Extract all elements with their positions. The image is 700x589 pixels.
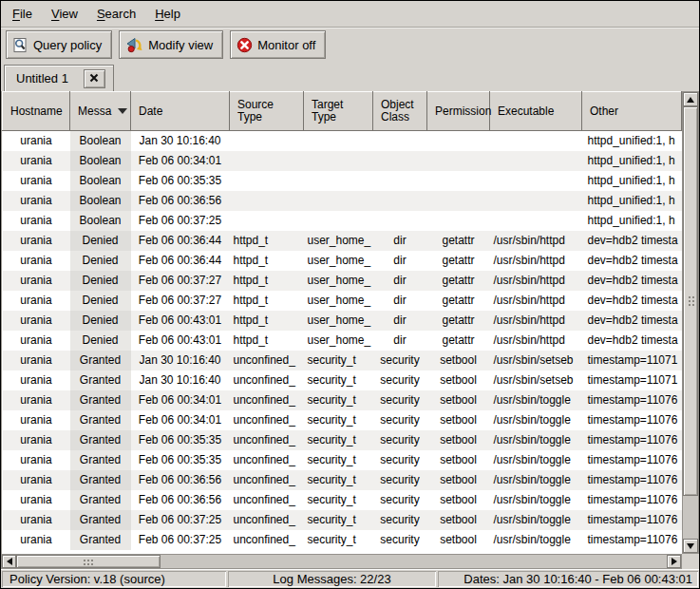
column-header-messa[interactable]: Messa xyxy=(70,92,131,131)
cell-object-class: security xyxy=(373,390,427,410)
table-wrap: HostnameMessaDateSource TypeTarget TypeO… xyxy=(1,91,682,554)
cell-hostname: urania xyxy=(3,410,70,430)
log-row[interactable]: uraniaGrantedFeb 06 00:34:01unconfined_s… xyxy=(3,390,682,410)
cell-messa: Denied xyxy=(70,311,131,331)
menu-search[interactable]: Search xyxy=(87,1,145,27)
cell-other: httpd_unified:1, h xyxy=(582,191,682,211)
log-row[interactable]: uraniaDeniedFeb 06 00:37:27httpd_tuser_h… xyxy=(3,271,682,291)
cell-permission: getattr xyxy=(427,251,490,271)
log-row[interactable]: uraniaGrantedFeb 06 00:35:35unconfined_s… xyxy=(3,450,682,470)
log-row[interactable]: uraniaGrantedFeb 06 00:35:35unconfined_s… xyxy=(3,430,682,450)
cell-executable xyxy=(490,171,582,191)
column-header-target-type[interactable]: Target Type xyxy=(304,92,373,131)
cell-messa: Granted xyxy=(70,490,131,510)
horizontal-scroll-thumb[interactable] xyxy=(16,555,161,568)
dates-text: Dates: Jan 30 10:16:40 - Feb 06 00:43:01 xyxy=(464,572,692,586)
column-header-object-class[interactable]: Object Class xyxy=(373,92,427,131)
cell-messa: Denied xyxy=(70,291,131,311)
cell-object-class xyxy=(373,171,427,191)
tab-close-button[interactable] xyxy=(84,69,105,88)
log-row[interactable]: uraniaBooleanFeb 06 00:35:35httpd_unifie… xyxy=(3,171,682,191)
cell-executable: /usr/sbin/setseb xyxy=(490,351,582,370)
modify-view-button[interactable]: Modify view xyxy=(119,30,223,59)
cell-permission: getattr xyxy=(427,291,490,311)
cell-other: timestamp=11076 xyxy=(582,470,682,490)
column-label: Source Type xyxy=(237,99,274,124)
log-row[interactable]: uraniaGrantedFeb 06 00:37:25unconfined_s… xyxy=(3,510,682,530)
cell-messa: Granted xyxy=(70,351,131,370)
cell-target-type: security_t xyxy=(304,390,373,410)
cell-hostname: urania xyxy=(3,271,70,291)
log-row[interactable]: uraniaGrantedFeb 06 00:34:01unconfined_s… xyxy=(3,410,682,430)
horizontal-scrollbar[interactable] xyxy=(1,554,682,569)
cell-messa: Denied xyxy=(70,251,131,271)
cell-executable: /usr/sbin/toggle xyxy=(490,410,582,430)
cell-messa: Granted xyxy=(70,470,131,490)
scroll-right-button[interactable] xyxy=(667,555,681,568)
tab-untitled-1[interactable]: Untitled 1 xyxy=(4,65,114,91)
cell-target-type: security_t xyxy=(304,430,373,450)
column-header-executable[interactable]: Executable xyxy=(490,92,582,131)
horizontal-scroll-track[interactable] xyxy=(16,555,667,568)
log-row[interactable]: uraniaBooleanJan 30 10:16:40httpd_unifie… xyxy=(3,131,682,151)
log-row[interactable]: uraniaDeniedFeb 06 00:37:27httpd_tuser_h… xyxy=(3,291,682,311)
cell-permission xyxy=(427,211,490,231)
cell-object-class: dir xyxy=(373,291,427,311)
up-arrow-icon xyxy=(687,97,694,103)
cell-other: timestamp=11076 xyxy=(582,390,682,410)
scroll-left-button[interactable] xyxy=(2,555,16,568)
cell-permission: setbool xyxy=(427,390,490,410)
cell-date: Feb 06 00:34:01 xyxy=(131,151,230,171)
cell-target-type: security_t xyxy=(304,450,373,470)
cell-executable: /usr/sbin/toggle xyxy=(490,390,582,410)
menu-file[interactable]: File xyxy=(3,1,42,27)
log-row[interactable]: uraniaGrantedFeb 06 00:36:56unconfined_s… xyxy=(3,470,682,490)
log-row[interactable]: uraniaDeniedFeb 06 00:36:44httpd_tuser_h… xyxy=(3,251,682,271)
cell-hostname: urania xyxy=(3,311,70,331)
down-arrow-icon xyxy=(687,543,694,549)
log-row[interactable]: uraniaDeniedFeb 06 00:36:44httpd_tuser_h… xyxy=(3,231,682,251)
column-header-hostname[interactable]: Hostname xyxy=(3,92,70,131)
monitor-off-button[interactable]: Monitor off xyxy=(230,30,326,59)
log-row[interactable]: uraniaDeniedFeb 06 00:43:01httpd_tuser_h… xyxy=(3,311,682,331)
cell-object-class xyxy=(373,131,427,151)
column-header-source-type[interactable]: Source Type xyxy=(230,92,304,131)
menu-view[interactable]: View xyxy=(42,1,87,27)
cell-messa: Denied xyxy=(70,331,131,351)
sort-descending-icon xyxy=(118,108,127,114)
log-row[interactable]: uraniaGrantedJan 30 10:16:40unconfined_s… xyxy=(3,351,682,370)
cell-hostname: urania xyxy=(3,251,70,271)
cell-date: Feb 06 00:43:01 xyxy=(131,331,230,351)
cell-source-type: httpd_t xyxy=(230,251,304,271)
cell-other: timestamp=11076 xyxy=(582,410,682,430)
column-header-other[interactable]: Other xyxy=(582,92,682,131)
log-row[interactable]: uraniaGrantedFeb 06 00:36:56unconfined_s… xyxy=(3,490,682,510)
scroll-up-button[interactable] xyxy=(683,92,698,106)
column-header-date[interactable]: Date xyxy=(131,92,230,131)
log-row[interactable]: uraniaGrantedFeb 06 00:37:25unconfined_s… xyxy=(3,530,682,550)
scroll-down-button[interactable] xyxy=(683,539,698,553)
log-row[interactable]: uraniaDeniedFeb 06 00:43:01httpd_tuser_h… xyxy=(3,331,682,351)
cell-hostname: urania xyxy=(3,430,70,450)
cell-executable xyxy=(490,211,582,231)
vertical-scroll-track[interactable] xyxy=(683,106,698,539)
log-row[interactable]: uraniaBooleanFeb 06 00:34:01httpd_unifie… xyxy=(3,151,682,171)
cell-date: Feb 06 00:37:25 xyxy=(131,510,230,530)
vertical-scrollbar[interactable] xyxy=(682,91,699,554)
cell-object-class xyxy=(373,211,427,231)
query-policy-button[interactable]: Query policy xyxy=(6,30,112,59)
cell-hostname: urania xyxy=(3,530,70,550)
vertical-scroll-thumb[interactable] xyxy=(683,106,698,496)
cell-hostname: urania xyxy=(3,490,70,510)
log-row[interactable]: uraniaGrantedJan 30 10:16:40unconfined_s… xyxy=(3,370,682,390)
left-arrow-icon xyxy=(7,558,12,565)
cell-date: Feb 06 00:35:35 xyxy=(131,171,230,191)
menu-help[interactable]: Help xyxy=(145,1,190,27)
cell-source-type: unconfined_ xyxy=(230,450,304,470)
column-header-permission[interactable]: Permission xyxy=(427,92,490,131)
cell-permission xyxy=(427,171,490,191)
cell-permission: setbool xyxy=(427,530,490,550)
cell-permission: setbool xyxy=(427,370,490,390)
log-row[interactable]: uraniaBooleanFeb 06 00:36:56httpd_unifie… xyxy=(3,191,682,211)
log-row[interactable]: uraniaBooleanFeb 06 00:37:25httpd_unifie… xyxy=(3,211,682,231)
